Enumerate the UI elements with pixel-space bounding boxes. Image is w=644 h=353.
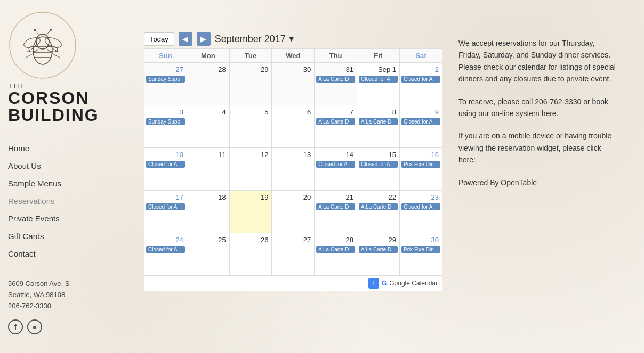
calendar-cell[interactable]: 27Sunday Supp: [144, 63, 187, 105]
calendar-cell[interactable]: 17Closed for A: [144, 191, 187, 233]
calendar-cell[interactable]: 28A La Carte D: [315, 233, 357, 276]
calendar-cell[interactable]: 13: [272, 148, 315, 191]
event-badge[interactable]: Closed for A: [146, 203, 185, 210]
calendar-cell[interactable]: 14Closed for A: [315, 148, 357, 191]
day-number: 29: [359, 235, 398, 245]
calendar-grid: Sun Mon Tue Wed Thu Fri Sat 27Sunday Sup…: [144, 48, 442, 276]
today-button[interactable]: Today: [144, 32, 174, 46]
logo-text: THE CORSON BUILDING: [8, 83, 99, 124]
facebook-icon[interactable]: f: [8, 319, 23, 334]
day-number: 11: [189, 150, 228, 160]
calendar-cell[interactable]: 27: [272, 233, 315, 276]
event-badge[interactable]: Closed for A: [359, 161, 398, 168]
calendar-cell[interactable]: 22A La Carte D: [357, 191, 400, 233]
calendar-cell[interactable]: 30Prix Fixe Din: [400, 233, 442, 276]
day-number: 8: [359, 107, 398, 117]
event-badge[interactable]: Closed for A: [401, 203, 440, 210]
day-number: 27: [273, 235, 312, 245]
event-badge[interactable]: A La Carte D: [359, 118, 398, 125]
day-number: 24: [146, 235, 185, 245]
event-badge[interactable]: Sunday Supp: [146, 76, 185, 83]
google-calendar-label[interactable]: Google Calendar: [389, 280, 438, 287]
calendar-cell[interactable]: 31A La Carte D: [315, 63, 357, 105]
next-month-button[interactable]: ▶: [197, 32, 211, 46]
header-wed: Wed: [272, 49, 315, 63]
nav-contact[interactable]: Contact: [8, 245, 101, 262]
event-badge[interactable]: Closed for A: [146, 161, 185, 168]
calendar-cell[interactable]: 23Closed for A: [400, 191, 442, 233]
header-fri: Fri: [357, 49, 400, 63]
calendar-cell[interactable]: 10Closed for A: [144, 148, 187, 191]
dropdown-arrow-icon[interactable]: ▼: [288, 35, 295, 43]
prev-month-button[interactable]: ◀: [179, 32, 192, 46]
calendar-cell[interactable]: 12: [229, 148, 272, 191]
calendar-cell[interactable]: 16Prix Fixe Din: [400, 148, 442, 191]
mobile-notice: If you are on a mobile device or having …: [458, 130, 618, 166]
month-title-text: September 2017: [215, 34, 286, 45]
nav-reservations[interactable]: Reservations: [8, 192, 101, 210]
calendar-cell[interactable]: 2Closed for A: [400, 63, 442, 105]
event-badge[interactable]: Closed for A: [359, 76, 398, 83]
nav-private-events[interactable]: Private Events: [8, 210, 101, 227]
event-badge[interactable]: Closed for A: [316, 161, 355, 168]
calendar-cell[interactable]: 24Closed for A: [144, 233, 187, 276]
svg-point-0: [10, 12, 76, 78]
calendar-cell[interactable]: 11: [187, 148, 229, 191]
calendar-wrapper: Today ◀ ▶ September 2017 ▼ Sun Mon Tue W…: [144, 32, 442, 291]
day-number: 20: [273, 192, 312, 202]
day-number: 25: [189, 235, 228, 245]
event-badge[interactable]: A La Carte D: [316, 118, 355, 125]
calendar-cell[interactable]: 25: [187, 233, 229, 276]
day-number: 3: [146, 107, 185, 117]
calendar-cell[interactable]: 29A La Carte D: [357, 233, 400, 276]
calendar-cell[interactable]: 30: [272, 63, 315, 105]
event-badge[interactable]: A La Carte D: [359, 246, 398, 253]
calendar-cell[interactable]: 29: [229, 63, 272, 105]
main-content: Today ◀ ▶ September 2017 ▼ Sun Mon Tue W…: [112, 0, 644, 302]
event-badge[interactable]: A La Carte D: [316, 246, 355, 253]
nav-home[interactable]: Home: [8, 139, 101, 157]
calendar-cell[interactable]: 3Sunday Supp: [144, 105, 187, 148]
day-number: 6: [273, 107, 312, 117]
event-badge[interactable]: A La Carte D: [316, 203, 355, 210]
social-icons: f ●: [8, 319, 42, 334]
calendar-cell[interactable]: 9Closed for A: [400, 105, 442, 148]
calendar-cell[interactable]: 5: [229, 105, 272, 148]
nav-sample-menus[interactable]: Sample Menus: [8, 175, 101, 192]
reservations-description: We accept reservations for our Thursday,…: [458, 37, 618, 85]
event-badge[interactable]: A La Carte D: [359, 203, 398, 210]
calendar-cell[interactable]: 6: [272, 105, 315, 148]
event-badge[interactable]: A La Carte D: [316, 76, 355, 83]
calendar-cell[interactable]: 7A La Carte D: [315, 105, 357, 148]
event-badge[interactable]: Closed for A: [401, 76, 440, 83]
event-badge[interactable]: Sunday Supp: [146, 118, 185, 125]
google-plus-icon[interactable]: +: [368, 278, 379, 289]
calendar-cell[interactable]: 26: [229, 233, 272, 276]
calendar-cell[interactable]: 8A La Carte D: [357, 105, 400, 148]
event-badge[interactable]: Prix Fixe Din: [401, 246, 440, 253]
calendar-cell[interactable]: 28: [187, 63, 229, 105]
calendar-cell[interactable]: Sep 1Closed for A: [357, 63, 400, 105]
phone-link[interactable]: 206-762-3330: [535, 97, 581, 106]
header-sun: Sun: [144, 49, 187, 63]
phone-number: 206-762-3330: [8, 301, 69, 312]
calendar-cell[interactable]: 18: [187, 191, 229, 233]
instagram-icon[interactable]: ●: [27, 319, 42, 334]
day-number: 22: [359, 192, 398, 202]
calendar-cell[interactable]: 19: [229, 191, 272, 233]
calendar-cell[interactable]: 4: [187, 105, 229, 148]
event-badge[interactable]: Prix Fixe Din: [401, 161, 440, 168]
day-number: 5: [231, 107, 270, 117]
header-thu: Thu: [315, 49, 357, 63]
nav-gift-cards[interactable]: Gift Cards: [8, 227, 101, 245]
calendar-cell[interactable]: 20: [272, 191, 315, 233]
calendar-cell[interactable]: 15Closed for A: [357, 148, 400, 191]
event-badge[interactable]: Closed for A: [146, 246, 185, 253]
nav-about-us[interactable]: About Us: [8, 157, 101, 175]
right-panel: We accept reservations for our Thursday,…: [458, 32, 618, 291]
svg-line-15: [26, 53, 34, 58]
opentable-link[interactable]: Powered By OpenTable: [458, 178, 537, 187]
reservation-instructions: To reserve, please call 206-762-3330 or …: [458, 96, 618, 120]
event-badge[interactable]: Closed for A: [401, 118, 440, 125]
calendar-cell[interactable]: 21A La Carte D: [315, 191, 357, 233]
